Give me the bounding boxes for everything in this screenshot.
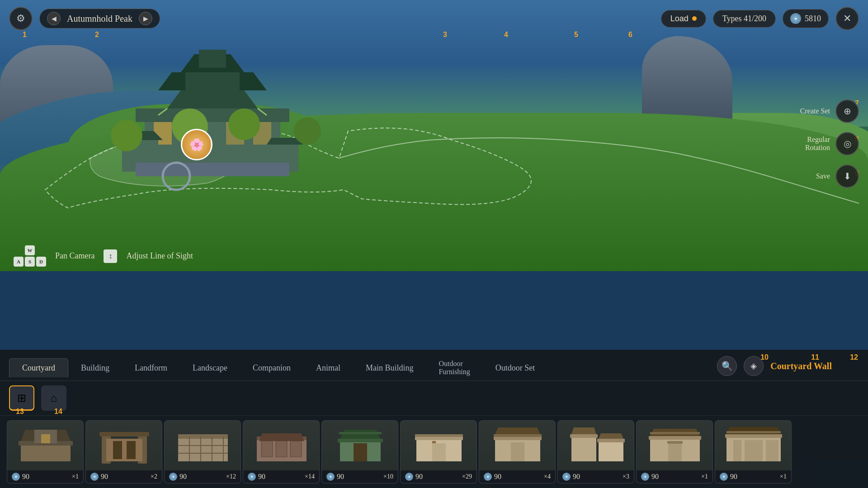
sub-cat-gates-button[interactable]: ⌂ — [41, 385, 66, 411]
item-thumbnail-7 — [479, 421, 556, 470]
label-11: 11 — [811, 353, 819, 361]
item-cost-5: ✦ 90 — [326, 473, 344, 481]
sub-category-bar: ⊞ ⌂ — [0, 381, 868, 416]
load-indicator — [692, 16, 697, 21]
category-label: Courtyard Wall — [770, 361, 859, 371]
item-card-10[interactable]: ✦ 90 ×1 — [715, 420, 792, 483]
item-thumbnail-3 — [165, 421, 241, 470]
cost-icon-9: ✦ — [641, 473, 649, 481]
item-footer-3: ✦ 90 ×12 — [165, 470, 241, 483]
svg-rect-49 — [338, 439, 383, 442]
item-footer-5: ✦ 90 ×10 — [322, 470, 398, 483]
load-button[interactable]: Load — [661, 10, 706, 28]
svg-rect-64 — [599, 441, 623, 461]
cost-icon-6: ✦ — [405, 473, 413, 481]
items-row: ✦ 90 ×1 — [0, 416, 868, 488]
search-button[interactable]: 🔍 — [717, 356, 737, 376]
item-count-6: ×29 — [462, 473, 472, 480]
svg-rect-62 — [511, 442, 524, 461]
item-thumbnail-1 — [7, 421, 84, 470]
svg-rect-52 — [339, 432, 382, 434]
cost-icon-3: ✦ — [169, 473, 177, 481]
item-card-7[interactable]: ✦ 90 ×4 — [479, 420, 556, 483]
cost-icon-10: ✦ — [720, 473, 728, 481]
svg-rect-60 — [494, 434, 542, 437]
item-card-8[interactable]: ✦ 90 ×3 — [557, 420, 634, 483]
item-footer-2: ✦ 90 ×2 — [86, 470, 162, 483]
close-button[interactable]: ✕ — [835, 7, 859, 30]
item-footer-7: ✦ 90 ×4 — [479, 470, 555, 483]
tab-main-building[interactable]: Main Building — [353, 359, 426, 377]
svg-rect-63 — [571, 436, 596, 461]
chevron-right-icon: ▶ — [143, 15, 148, 22]
tab-outdoor-furnishing[interactable]: OutdoorFurnishing — [426, 355, 482, 380]
gear-icon: ⚙ — [16, 13, 25, 24]
svg-rect-57 — [415, 434, 463, 437]
svg-rect-72 — [650, 432, 700, 434]
sub-cat-walls-button[interactable]: ⊞ — [9, 385, 34, 411]
item-count-4: ×14 — [305, 473, 315, 480]
item-footer-6: ✦ 90 ×29 — [401, 470, 476, 483]
types-counter: Types 41/200 — [713, 10, 776, 28]
item-card-1[interactable]: ✦ 90 ×1 — [7, 420, 84, 483]
save-icon: ⬇ — [844, 171, 851, 182]
tab-landform[interactable]: Landform — [122, 359, 180, 377]
item-card-4[interactable]: ✦ 90 ×14 — [243, 420, 320, 483]
svg-rect-65 — [570, 434, 598, 438]
tab-building[interactable]: Building — [68, 359, 122, 377]
tab-animal[interactable]: Animal — [303, 359, 353, 377]
currency-amount: 5810 — [805, 14, 821, 23]
create-set-button[interactable]: ⊕ — [835, 99, 859, 123]
item-card-2[interactable]: ✦ 90 ×2 — [85, 420, 162, 483]
svg-rect-45 — [276, 441, 287, 457]
svg-marker-61 — [495, 427, 540, 434]
item-count-5: ×10 — [383, 473, 393, 480]
svg-rect-31 — [113, 441, 122, 459]
tab-outdoor-set[interactable]: Outdoor Set — [483, 359, 548, 377]
svg-rect-32 — [127, 441, 136, 459]
settings-button[interactable]: ⚙ — [9, 7, 33, 30]
svg-marker-67 — [571, 427, 596, 434]
svg-rect-23 — [21, 443, 71, 461]
item-count-9: ×1 — [701, 473, 708, 480]
tab-companion[interactable]: Companion — [240, 359, 303, 377]
realm-prev-button[interactable]: ◀ — [47, 12, 61, 25]
regular-rotation-button[interactable]: ◎ — [835, 132, 859, 155]
item-cost-8: ✦ 90 — [562, 473, 580, 481]
item-thumbnail-9 — [637, 421, 713, 470]
tab-landscape[interactable]: Landscape — [180, 359, 240, 377]
item-card-3[interactable]: ✦ 90 ×12 — [164, 420, 241, 483]
item-thumbnail-10 — [715, 421, 792, 470]
regular-rotation-control: RegularRotation ◎ — [805, 132, 859, 155]
tab-courtyard[interactable]: Courtyard — [9, 358, 68, 377]
rotation-icon: ◎ — [844, 138, 851, 149]
svg-rect-56 — [432, 443, 446, 461]
realm-next-button[interactable]: ▶ — [139, 12, 152, 25]
svg-rect-81 — [766, 440, 778, 461]
item-cost-2: ✦ 90 — [90, 473, 108, 481]
svg-rect-73 — [668, 442, 682, 461]
item-footer-9: ✦ 90 ×1 — [637, 470, 712, 483]
svg-rect-51 — [354, 443, 367, 461]
item-thumbnail-2 — [86, 421, 162, 470]
save-button[interactable]: ⬇ — [835, 164, 859, 188]
item-cost-1: ✦ 90 — [12, 473, 29, 481]
svg-rect-66 — [597, 439, 625, 442]
item-cost-7: ✦ 90 — [484, 473, 501, 481]
item-card-6[interactable]: ✦ 90 ×29 — [400, 420, 477, 483]
item-footer-10: ✦ 90 ×1 — [715, 470, 791, 483]
item-cost-6: ✦ 90 — [405, 473, 423, 481]
item-thumbnail-4 — [243, 421, 320, 470]
svg-rect-80 — [733, 440, 741, 461]
item-card-5[interactable]: ✦ 90 ×10 — [321, 420, 398, 483]
svg-rect-34 — [178, 436, 228, 461]
create-set-icon: ⊕ — [844, 106, 851, 117]
character-avatar: 🌸 — [181, 129, 212, 160]
svg-rect-46 — [290, 441, 302, 457]
currency-display: ✦ 5810 — [783, 9, 829, 28]
item-cost-3: ✦ 90 — [169, 473, 187, 481]
item-thumbnail-6 — [401, 421, 477, 470]
item-card-9[interactable]: ✦ 90 ×1 — [636, 420, 713, 483]
tab-bar: Courtyard Building Landform Landscape Co… — [0, 350, 868, 381]
item-count-10: ×1 — [780, 473, 787, 480]
